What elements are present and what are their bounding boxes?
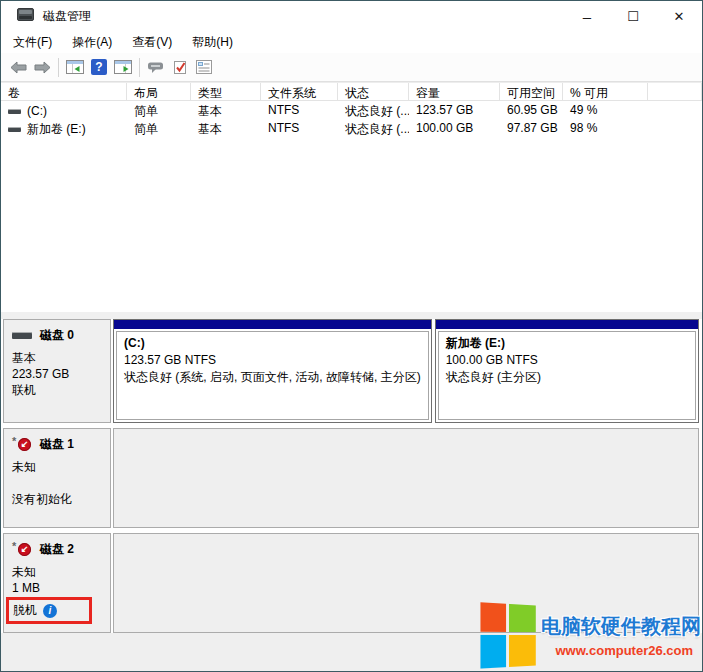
volume-capacity: 100.00 GB <box>409 119 500 137</box>
volume-name-cell[interactable]: 新加卷 (E:) <box>1 119 127 137</box>
offline-highlight-annotation: 脱机 i <box>6 597 92 624</box>
popup-menu-icon[interactable] <box>144 56 168 79</box>
disk0-graph: (C:) 123.57 GB NTFS 状态良好 (系统, 启动, 页面文件, … <box>113 319 699 423</box>
check-document-icon[interactable] <box>168 56 192 79</box>
console-tree-icon[interactable] <box>63 56 87 79</box>
partition-c-body: (C:) 123.57 GB NTFS 状态良好 (系统, 启动, 页面文件, … <box>116 331 429 420</box>
windows-logo-square-green <box>509 604 536 632</box>
partition-status: 状态良好 (主分区) <box>446 369 688 386</box>
column-header-pct[interactable]: % 可用 <box>563 83 648 101</box>
disk1-label-panel[interactable]: *↙ 磁盘 1 未知 没有初始化 <box>3 428 111 528</box>
volume-capacity: 123.57 GB <box>409 101 500 119</box>
watermark: 电脑软硬件教程网 www.computer26.com <box>481 604 701 668</box>
volume-list-pane: 卷 布局 类型 文件系统 状态 容量 可用空间 % 可用 (C:) 简单 基本 … <box>1 82 702 313</box>
disk1-size <box>12 476 105 491</box>
partition-size: 123.57 GB NTFS <box>124 352 421 369</box>
volume-layout: 简单 <box>127 101 191 119</box>
titlebar: 磁盘管理 – ☐ ✕ <box>1 1 702 31</box>
partition-status: 状态良好 (系统, 启动, 页面文件, 活动, 故障转储, 主分区) <box>124 369 421 386</box>
menu-action[interactable]: 操作(A) <box>62 31 122 54</box>
menu-help[interactable]: 帮助(H) <box>182 31 243 54</box>
column-header-layout[interactable]: 布局 <box>127 83 191 101</box>
volume-row-e[interactable]: 新加卷 (E:) 简单 基本 NTFS 状态良好 (... 100.00 GB … <box>1 119 702 137</box>
column-header-free[interactable]: 可用空间 <box>500 83 563 101</box>
minimize-button[interactable]: – <box>564 1 610 31</box>
volume-icon <box>8 127 21 132</box>
column-header-empty <box>648 83 702 101</box>
watermark-site-name: 电脑软硬件教程网 <box>541 613 701 640</box>
volume-status: 状态良好 (... <box>338 119 409 137</box>
disk1-graph <box>113 428 699 528</box>
volume-row-c[interactable]: (C:) 简单 基本 NTFS 状态良好 (... 123.57 GB 60.9… <box>1 101 702 119</box>
volume-status: 状态良好 (... <box>338 101 409 119</box>
disk2-size: 1 MB <box>12 581 105 596</box>
disk-graphical-pane: 磁盘 0 基本 223.57 GB 联机 (C:) 123.57 GB NTFS… <box>1 319 702 633</box>
pane-splitter[interactable] <box>1 312 702 319</box>
disk2-type: 未知 <box>12 565 105 580</box>
window-title: 磁盘管理 <box>43 8 91 25</box>
volume-filesystem: NTFS <box>261 101 338 119</box>
volume-pct: 49 % <box>563 101 648 119</box>
forward-arrow-icon[interactable] <box>30 56 54 79</box>
volume-list-header: 卷 布局 类型 文件系统 状态 容量 可用空间 % 可用 <box>1 83 702 101</box>
column-header-status[interactable]: 状态 <box>338 83 409 101</box>
watermark-url: www.computer26.com <box>556 643 694 658</box>
maximize-button[interactable]: ☐ <box>610 1 656 31</box>
properties-icon[interactable] <box>192 56 216 79</box>
windows-logo-icon <box>480 602 534 669</box>
disk1-type: 未知 <box>12 460 105 475</box>
menu-file[interactable]: 文件(F) <box>3 31 62 54</box>
disk2-name: 磁盘 2 <box>40 541 74 558</box>
partition-c[interactable]: (C:) 123.57 GB NTFS 状态良好 (系统, 启动, 页面文件, … <box>113 319 432 423</box>
column-header-volume[interactable]: 卷 <box>1 83 127 101</box>
disk1-status: 没有初始化 <box>12 492 105 507</box>
back-arrow-icon[interactable] <box>6 56 30 79</box>
menu-view[interactable]: 查看(V) <box>122 31 182 54</box>
window-controls: – ☐ ✕ <box>564 1 702 31</box>
menubar: 文件(F) 操作(A) 查看(V) 帮助(H) <box>1 31 702 53</box>
windows-logo-square-orange <box>480 602 506 632</box>
volume-free: 60.95 GB <box>500 101 563 119</box>
volume-name: (C:) <box>27 104 47 118</box>
volume-filesystem: NTFS <box>261 119 338 137</box>
partition-e[interactable]: 新加卷 (E:) 100.00 GB NTFS 状态良好 (主分区) <box>435 319 699 423</box>
partition-color-bar <box>436 320 698 329</box>
volume-free: 97.87 GB <box>500 119 563 137</box>
toolbar-separator <box>58 58 59 77</box>
unknown-disk-icon: *↙ <box>12 543 34 557</box>
disk0-name: 磁盘 0 <box>40 327 74 344</box>
disk0-status: 联机 <box>12 383 105 398</box>
volume-layout: 简单 <box>127 119 191 137</box>
volume-name: 新加卷 (E:) <box>27 121 86 138</box>
disk2-label-panel[interactable]: *↙ 磁盘 2 未知 1 MB 脱机 i <box>3 533 111 633</box>
windows-logo-square-blue <box>480 635 506 669</box>
column-header-type[interactable]: 类型 <box>191 83 261 101</box>
partition-name: (C:) <box>124 335 421 352</box>
volume-icon <box>8 109 21 114</box>
disk0-label-panel[interactable]: 磁盘 0 基本 223.57 GB 联机 <box>3 319 111 423</box>
unknown-disk-icon: *↙ <box>12 438 34 452</box>
toolbar: ? <box>1 53 702 82</box>
column-header-filesystem[interactable]: 文件系统 <box>261 83 338 101</box>
disk-drive-icon <box>12 332 32 339</box>
disk1-empty-region[interactable] <box>113 428 699 528</box>
volume-name-cell[interactable]: (C:) <box>1 101 127 119</box>
disk-management-window: 磁盘管理 – ☐ ✕ 文件(F) 操作(A) 查看(V) 帮助(H) <box>0 0 703 672</box>
volume-type: 基本 <box>191 101 261 119</box>
partition-color-bar <box>114 320 431 329</box>
close-button[interactable]: ✕ <box>656 1 702 31</box>
app-icon <box>17 8 34 24</box>
toolbar-separator <box>139 58 140 77</box>
disk2-status: 脱机 <box>13 602 37 619</box>
action-pane-icon[interactable] <box>111 56 135 79</box>
disk0-size: 223.57 GB <box>12 367 105 382</box>
watermark-text: 电脑软硬件教程网 www.computer26.com <box>541 613 701 660</box>
partition-size: 100.00 GB NTFS <box>446 352 688 369</box>
column-header-capacity[interactable]: 容量 <box>409 83 500 101</box>
help-icon[interactable]: ? <box>87 56 111 79</box>
disk1-name: 磁盘 1 <box>40 436 74 453</box>
info-icon[interactable]: i <box>43 604 57 618</box>
partition-e-body: 新加卷 (E:) 100.00 GB NTFS 状态良好 (主分区) <box>438 331 696 420</box>
disk-row-1: *↙ 磁盘 1 未知 没有初始化 <box>3 428 699 528</box>
volume-pct: 98 % <box>563 119 648 137</box>
